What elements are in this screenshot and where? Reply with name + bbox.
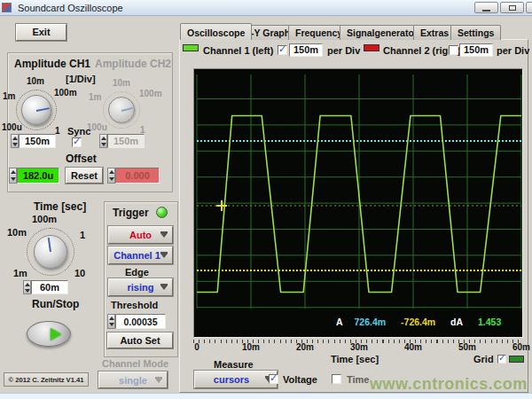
offset-label: Offset xyxy=(66,153,97,165)
ch1-perdiv-label: per Div xyxy=(327,45,360,56)
readout-a-label: A xyxy=(336,317,343,327)
window-bottom-border xyxy=(0,393,532,399)
time-knob-tick-10: 10 xyxy=(74,268,85,278)
copyright-label: © 2012 C. Zeitnitz V1.41 xyxy=(4,372,89,387)
ch1-offset-value[interactable]: 182.0u xyxy=(17,168,59,184)
x-tick-label: 60m xyxy=(506,342,532,352)
spinner-arrows-icon[interactable] xyxy=(99,134,107,148)
runstop-label: Run/Stop xyxy=(32,298,79,310)
time-knob-tick-100m: 100m xyxy=(32,214,57,224)
window-title: Soundcard Oszilloscope xyxy=(18,3,123,13)
ch2-offset-value[interactable]: 0.000 xyxy=(115,168,160,184)
dropdown-arrow-icon xyxy=(160,286,168,290)
spinner-arrows-icon[interactable] xyxy=(107,314,115,329)
trigger-title: Trigger xyxy=(113,207,149,219)
x-tick-label: 30m xyxy=(344,342,374,352)
spinner-arrows-icon[interactable] xyxy=(107,168,115,184)
trigger-source-value: Channel 1 xyxy=(113,250,160,261)
title-bar: Soundcard Oszilloscope × xyxy=(0,0,532,16)
time-spinner[interactable]: 60m xyxy=(23,280,68,294)
x-tick-label: 40m xyxy=(398,342,428,352)
ch2-offset-spinner[interactable]: 0.000 xyxy=(107,168,160,184)
ch1-scale-value[interactable]: 150m xyxy=(19,134,56,148)
ch2-knob-needle xyxy=(121,107,133,112)
voltage-checkbox[interactable]: ✓ xyxy=(269,374,278,384)
grid-label: Grid xyxy=(473,354,494,364)
check-icon: ✓ xyxy=(278,43,286,55)
reset-button[interactable]: Reset xyxy=(66,168,103,184)
oscilloscope-plot[interactable]: A 726.4m -726.4m dA 1.453 xyxy=(193,68,523,338)
readout-cursor-a: 726.4m xyxy=(355,317,387,327)
tab-oscilloscope[interactable]: Oscilloscope xyxy=(180,23,252,40)
cursor-readout: A 726.4m -726.4m dA 1.453 xyxy=(336,317,510,327)
threshold-label: Threshold xyxy=(111,300,158,310)
tab-extras[interactable]: Extras xyxy=(413,25,456,40)
tab-settings[interactable]: Settings xyxy=(450,25,501,40)
spinner-arrows-icon[interactable] xyxy=(23,280,31,294)
threshold-spinner[interactable]: 0.00035 xyxy=(107,314,166,329)
ch1-knob-tick-100m: 100m xyxy=(54,88,77,98)
ch1-label: Channel 1 (left) xyxy=(203,45,273,56)
dropdown-arrow-icon xyxy=(160,233,168,238)
trigger-source-dropdown[interactable]: Channel 1 xyxy=(108,246,173,264)
maximize-button[interactable] xyxy=(500,2,524,13)
check-icon: ✓ xyxy=(73,136,81,147)
time-value[interactable]: 60m xyxy=(31,280,68,294)
measure-mode-value: cursors xyxy=(214,374,249,385)
maximize-icon xyxy=(509,5,516,11)
amplitude-ch2-title: Amplitude CH2 xyxy=(95,58,171,70)
spinner-arrows-icon[interactable] xyxy=(9,168,17,184)
x-axis-title: Time [sec] xyxy=(310,354,399,364)
ch2-perdiv-label: per Div xyxy=(497,45,529,56)
threshold-value[interactable]: 0.00035 xyxy=(115,314,166,329)
check-icon: ✓ xyxy=(498,353,505,363)
time-knob[interactable] xyxy=(34,235,67,269)
channel-mode-value: single xyxy=(119,375,147,386)
ch2-enable-checkbox[interactable] xyxy=(449,45,458,55)
x-tick-label: 0 xyxy=(182,342,212,352)
time-checkbox[interactable] xyxy=(332,374,341,384)
exit-button[interactable]: Exit xyxy=(16,24,66,41)
minimize-button[interactable] xyxy=(474,2,498,13)
readout-cursor-b: -726.4m xyxy=(401,317,435,327)
amplitude-ch1-knob[interactable] xyxy=(21,95,51,125)
amplitude-ch2-knob[interactable] xyxy=(108,97,135,123)
waveform-canvas xyxy=(194,69,522,337)
time-title: Time [sec] xyxy=(34,200,86,213)
ch2-color-swatch xyxy=(364,44,379,51)
trigger-mode-dropdown[interactable]: Auto xyxy=(108,226,173,244)
ch1-perdiv-field[interactable]: 150m xyxy=(289,43,323,57)
x-tick-label: 20m xyxy=(290,342,320,352)
trigger-led xyxy=(156,207,168,218)
amplitude-unit-label: [1/Div] xyxy=(66,74,96,84)
tab-signalgenerator[interactable]: Signalgenerator xyxy=(340,25,425,40)
minimize-icon xyxy=(482,10,490,12)
ch1-offset-spinner[interactable]: 182.0u xyxy=(9,168,59,184)
trigger-edge-dropdown[interactable]: rising xyxy=(108,278,173,296)
watermark: www.cntronics.com xyxy=(370,375,528,394)
grid-checkbox[interactable]: ✓ xyxy=(497,355,506,364)
ch2-knob-tick-10m: 10m xyxy=(113,78,130,88)
sync-checkbox[interactable]: ✓ xyxy=(72,137,82,147)
ch2-perdiv-field[interactable]: 150m xyxy=(459,43,493,57)
ch1-knob-needle xyxy=(36,107,50,112)
channel-mode-dropdown[interactable]: single xyxy=(98,372,168,388)
runstop-button[interactable] xyxy=(27,321,71,347)
ch2-scale-value[interactable]: 150m xyxy=(107,134,145,148)
ch2-scale-spinner[interactable]: 150m xyxy=(99,134,145,148)
measure-mode-dropdown[interactable]: cursors xyxy=(194,371,278,388)
close-button[interactable]: × xyxy=(526,2,532,13)
measure-label: Measure xyxy=(214,359,254,370)
dropdown-arrow-icon xyxy=(160,254,168,258)
ch2-knob-tick-1m: 1m xyxy=(89,92,101,102)
time-knob-tick-1: 1 xyxy=(80,230,85,240)
app-icon xyxy=(2,3,12,12)
ch1-scale-spinner[interactable]: 150m xyxy=(11,134,56,148)
ch1-enable-checkbox[interactable]: ✓ xyxy=(278,45,287,55)
grid-color-swatch xyxy=(509,356,524,363)
check-icon: ✓ xyxy=(270,372,278,384)
x-tick-label: 50m xyxy=(452,342,482,352)
x-tick-label: 10m xyxy=(236,342,266,352)
spinner-arrows-icon[interactable] xyxy=(11,134,19,148)
autoset-button[interactable]: Auto Set xyxy=(107,332,173,348)
